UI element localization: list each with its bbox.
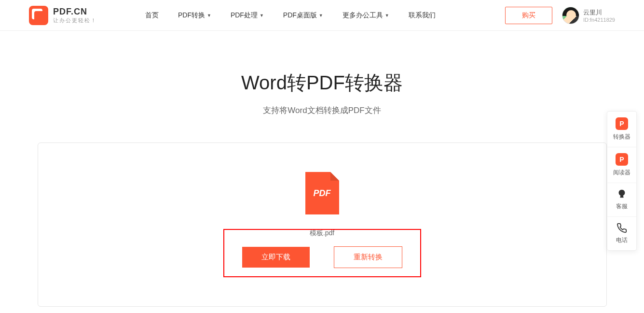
sidebar-phone[interactable]: 电话 <box>607 217 636 250</box>
sidebar-reader[interactable]: P 阅读器 <box>607 147 636 183</box>
logo-text: PDF.CN 让办公更轻松！ <box>53 7 97 24</box>
header-right: 购买 云里川 ID:fn4211829 <box>505 7 615 24</box>
sidebar-item-label: 阅读器 <box>613 169 630 177</box>
user-id: ID:fn4211829 <box>583 17 615 23</box>
pdf-file-icon: PDF <box>305 172 339 214</box>
user-name: 云里川 <box>583 8 615 17</box>
sidebar-item-label: 转换器 <box>613 133 630 141</box>
page-subtitle: 支持将Word文档转换成PDF文件 <box>0 105 644 116</box>
pdf-badge-text: PDF <box>314 188 331 199</box>
chevron-down-icon: ▼ <box>319 13 323 18</box>
reader-icon: P <box>616 153 628 166</box>
nav-contact[interactable]: 联系我们 <box>409 11 436 20</box>
result-panel: PDF 模板.pdf 立即下载 重新转换 <box>38 142 607 307</box>
nav-desktop[interactable]: PDF桌面版▼ <box>283 11 323 20</box>
nav-home[interactable]: 首页 <box>145 11 159 20</box>
download-button[interactable]: 立即下载 <box>242 247 310 268</box>
phone-icon <box>617 223 627 233</box>
support-icon <box>617 189 627 199</box>
chevron-down-icon: ▼ <box>207 13 211 18</box>
chevron-down-icon: ▼ <box>260 13 264 18</box>
nav-more-tools[interactable]: 更多办公工具▼ <box>343 11 389 20</box>
main-content: Word转PDF转换器 支持将Word文档转换成PDF文件 PDF 模板.pdf… <box>0 31 644 313</box>
nav-process[interactable]: PDF处理▼ <box>231 11 264 20</box>
sidebar-item-label: 电话 <box>616 236 628 244</box>
header: PDF.CN 让办公更轻松！ 首页 PDF转换▼ PDF处理▼ PDF桌面版▼ … <box>0 0 644 31</box>
logo-subtitle: 让办公更轻松！ <box>53 17 97 24</box>
sidebar-item-label: 客服 <box>616 202 628 211</box>
logo[interactable]: PDF.CN 让办公更轻松！ <box>29 6 97 25</box>
converter-icon: P <box>616 117 628 130</box>
avatar <box>562 7 579 24</box>
sidebar-support[interactable]: 客服 <box>607 183 636 217</box>
float-sidebar: P 转换器 P 阅读器 客服 电话 <box>607 111 637 251</box>
logo-title: PDF.CN <box>53 7 97 17</box>
sidebar-converter[interactable]: P 转换器 <box>607 112 636 147</box>
chevron-down-icon: ▼ <box>385 13 389 18</box>
filename-label: 模板.pdf <box>48 229 597 238</box>
reconvert-button[interactable]: 重新转换 <box>334 246 402 268</box>
nav-menu: 首页 PDF转换▼ PDF处理▼ PDF桌面版▼ 更多办公工具▼ 联系我们 <box>145 11 436 20</box>
page-title: Word转PDF转换器 <box>0 70 644 96</box>
nav-convert[interactable]: PDF转换▼ <box>178 11 211 20</box>
buy-button[interactable]: 购买 <box>505 7 552 24</box>
logo-icon <box>29 6 48 25</box>
user-block[interactable]: 云里川 ID:fn4211829 <box>562 7 615 24</box>
